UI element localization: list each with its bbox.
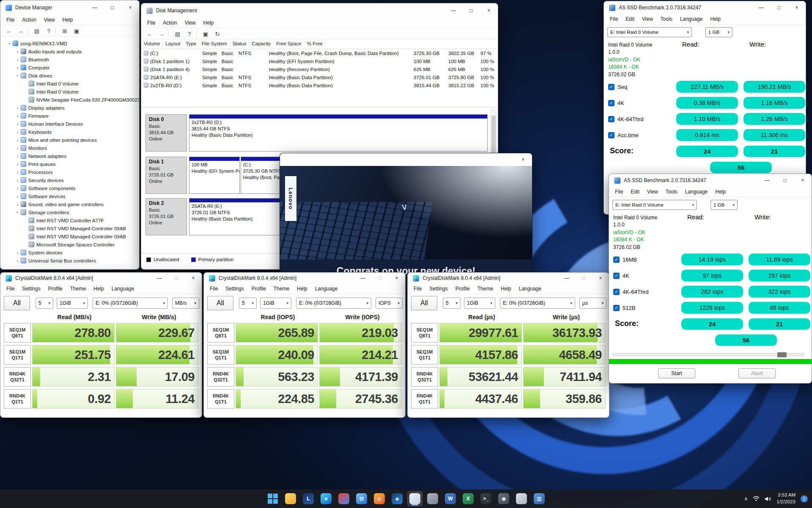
target-drive-select[interactable]: E: 0% (0/3726GiB)▾ — [93, 298, 168, 309]
checkbox-checked-icon[interactable]: ✓ — [608, 116, 614, 122]
tree-item[interactable]: › Display adapters — [0, 104, 139, 112]
menu-item[interactable]: Help — [200, 19, 217, 27]
taskbar-intel-graphics[interactable]: ◈ — [390, 491, 405, 506]
clock[interactable]: 3:53 AM 1/2/2023 — [776, 492, 796, 505]
chevron-icon[interactable]: › — [14, 186, 21, 191]
volume-row[interactable]: (Disk 1 partition 4) Simple Basic Health… — [141, 65, 498, 73]
menu-item[interactable]: Language — [312, 284, 341, 293]
taskbar-settings[interactable] — [425, 491, 440, 506]
test-button[interactable]: SEQ1MQ8T1 — [4, 323, 31, 342]
column-header[interactable]: Free Space — [274, 40, 304, 49]
tree-item[interactable]: › Keyboards — [0, 128, 139, 136]
checkbox-checked-icon[interactable]: ✓ — [613, 289, 620, 295]
test-button[interactable]: RND4KQ1T1 — [4, 389, 31, 409]
taskbar-microsoft-store[interactable]: ⊞ — [354, 491, 369, 506]
test-button[interactable]: RND4KQ32T1 — [4, 367, 31, 387]
separator[interactable] — [168, 30, 171, 38]
tree-item[interactable]: › System devices — [0, 248, 139, 257]
taskbar-file-explorer[interactable] — [283, 491, 298, 506]
chevron-icon[interactable]: › — [14, 154, 21, 159]
chevron-icon[interactable]: › — [14, 138, 21, 143]
menu-item[interactable]: Profile — [452, 284, 473, 293]
restore-button[interactable]: □ — [462, 3, 480, 18]
menu-item[interactable]: Language — [677, 15, 706, 23]
network-icon[interactable] — [753, 496, 760, 502]
tree-item[interactable]: › Monitors — [0, 144, 139, 152]
chevron-icon[interactable]: › — [7, 40, 12, 47]
menu-item[interactable]: File — [3, 284, 18, 293]
target-drive-select[interactable]: E: 0% (0/3726GiB)▾ — [500, 298, 575, 309]
menu-item[interactable]: View — [639, 15, 656, 23]
column-header[interactable]: Layout — [163, 40, 183, 49]
chevron-icon[interactable]: › — [15, 209, 20, 215]
taskbar-edge[interactable]: e — [318, 491, 334, 506]
close-button[interactable]: × — [788, 1, 806, 14]
volume-row[interactable]: (Disk 1 partition 1) Simple Basic Health… — [141, 57, 498, 65]
menu-item[interactable]: Tools — [657, 15, 676, 23]
close-button[interactable]: × — [794, 174, 812, 187]
menu-item[interactable]: File — [606, 15, 621, 23]
minimize-button[interactable]: — — [151, 273, 168, 284]
all-tests-button[interactable]: All — [4, 296, 30, 310]
details-view-icon[interactable]: ▤ — [32, 26, 42, 36]
close-button[interactable]: × — [388, 273, 405, 284]
tree-item[interactable]: › Computer — [0, 64, 139, 72]
menu-item[interactable]: Help — [90, 284, 107, 293]
forward-icon[interactable]: → — [16, 26, 26, 36]
test-button[interactable]: SEQ1MQ1T1 — [411, 345, 438, 364]
help-icon[interactable]: ? — [184, 29, 195, 39]
menu-item[interactable]: Edit — [622, 15, 638, 23]
taskbar-excel[interactable]: X — [461, 491, 476, 506]
menu-item[interactable]: Profile — [45, 284, 66, 293]
tree-item[interactable]: › Mice and other pointing devices — [0, 136, 139, 144]
test-button[interactable]: RND4KQ32T1 — [207, 367, 234, 387]
test-count-select[interactable]: 5▾ — [443, 298, 461, 309]
tree-item[interactable]: › Processors — [0, 168, 139, 176]
checkbox-checked-icon[interactable]: ✓ — [608, 100, 614, 106]
volume-icon[interactable]: ▣ — [200, 29, 211, 39]
volume-icon[interactable] — [765, 496, 771, 502]
minimize-button[interactable]: — — [758, 174, 776, 187]
menu-item[interactable]: Help — [707, 15, 724, 23]
column-header[interactable]: Volume — [141, 40, 163, 49]
drive-select[interactable]: E: Intel Raid 0 Volume▾ — [607, 27, 692, 37]
taskbar-lenovo-welcome[interactable] — [407, 491, 422, 506]
scan-hardware-icon[interactable]: ⊞ — [60, 26, 70, 36]
column-header[interactable]: Type — [183, 40, 199, 49]
start-button[interactable] — [265, 491, 280, 506]
taskbar-lenovo-vantage[interactable]: L — [301, 491, 316, 506]
menu-item[interactable]: Edit — [627, 188, 643, 196]
tree-item[interactable]: › NVMe Seagate FireCuda 530 ZP4000GM3002… — [0, 96, 139, 104]
notification-badge[interactable]: 1 — [801, 495, 808, 502]
test-count-select[interactable]: 5▾ — [239, 298, 257, 309]
tree-item[interactable]: › Universal Serial Bus controllers — [0, 257, 139, 265]
test-button[interactable]: RND4KQ1T1 — [207, 389, 234, 409]
checkbox-checked-icon[interactable]: ✓ — [613, 257, 620, 263]
separator[interactable] — [196, 30, 199, 38]
test-button[interactable]: RND4KQ32T1 — [411, 367, 438, 387]
chevron-icon[interactable]: › — [14, 162, 21, 167]
checkbox-checked-icon[interactable]: ✓ — [608, 84, 614, 90]
forward-icon[interactable]: → — [156, 29, 167, 39]
menu-item[interactable]: Theme — [67, 284, 89, 293]
taskbar-chrome[interactable] — [336, 491, 351, 506]
chevron-icon[interactable]: › — [14, 146, 21, 151]
chevron-icon[interactable]: › — [14, 178, 21, 183]
menu-item[interactable]: Help — [59, 16, 77, 24]
menu-item[interactable]: View — [181, 19, 199, 27]
menu-item[interactable]: Settings — [222, 284, 247, 293]
chevron-icon[interactable]: › — [14, 49, 21, 54]
tree-item[interactable]: › Software components — [0, 184, 139, 192]
close-button[interactable]: × — [514, 153, 532, 166]
menu-item[interactable]: Language — [516, 284, 545, 293]
progress-slider[interactable] — [612, 353, 804, 356]
all-tests-button[interactable]: All — [411, 296, 437, 310]
menu-item[interactable]: Help — [497, 284, 515, 293]
unit-select[interactable]: MB/s▾ — [172, 298, 199, 309]
test-button[interactable]: SEQ1MQ1T1 — [4, 345, 31, 364]
maximize-button[interactable]: □ — [770, 1, 788, 14]
menu-item[interactable]: Language — [682, 188, 711, 196]
volume-row[interactable]: (C:) Simple Basic NTFS Healthy (Boot, Pa… — [141, 49, 498, 57]
test-button[interactable]: SEQ1MQ1T1 — [207, 345, 234, 364]
properties-icon[interactable]: ▣ — [71, 26, 82, 36]
